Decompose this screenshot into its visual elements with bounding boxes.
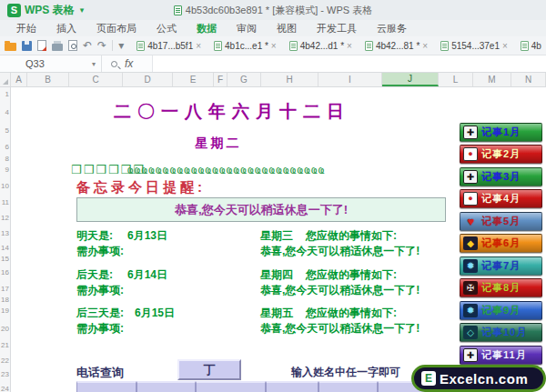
row-header[interactable]: 19 — [0, 307, 9, 315]
column-header-A[interactable]: A — [11, 73, 27, 86]
formula-bar: Q33 ▾ fx — [0, 55, 546, 73]
column-header-C[interactable]: C — [69, 73, 123, 86]
row-header[interactable]: 5 — [0, 126, 9, 135]
toolbar-dropdown-icon[interactable]: ▾ — [118, 40, 124, 51]
memo-button-feb[interactable]: ● 记事2月 — [460, 145, 542, 164]
row-header[interactable]: 23 — [0, 370, 9, 378]
row-header[interactable]: 6 — [0, 143, 9, 151]
tab-insert[interactable]: 插入 — [56, 22, 76, 35]
export-pdf-icon[interactable] — [37, 40, 46, 51]
phone-lookup-hint: 输入姓名中任一字即可 — [291, 365, 400, 380]
row-header[interactable]: 20 — [0, 325, 9, 333]
doc-tab-4[interactable]: 4b42...81 * × — [359, 39, 433, 53]
doc-tab-1[interactable]: 4b17...b5f1 × — [131, 39, 207, 53]
column-header-I[interactable]: I — [318, 73, 382, 86]
tab-review[interactable]: 审阅 — [237, 22, 257, 35]
row-header[interactable]: 4 — [0, 108, 9, 116]
row-header[interactable]: 8 — [0, 155, 9, 163]
row-header[interactable]: 13 — [0, 229, 9, 237]
tab-home[interactable]: 开始 — [16, 22, 36, 35]
doc-tab-label[interactable]: 5154...37e1 — [451, 41, 500, 51]
row-header[interactable]: 1 — [0, 90, 9, 98]
open-file-icon[interactable] — [5, 43, 16, 51]
doc-tab-2[interactable]: 4b1c...e1 * × — [208, 39, 282, 53]
excelcn-watermark: E Excelcn.com — [411, 365, 546, 392]
row-header[interactable]: 22 — [0, 357, 9, 365]
tab-view[interactable]: 视图 — [277, 22, 297, 35]
tab-cloud[interactable]: 云服务 — [377, 22, 407, 35]
row-header[interactable]: 16 — [0, 268, 9, 276]
column-header-L[interactable]: L — [439, 73, 473, 86]
save-icon[interactable] — [22, 41, 32, 51]
doc-tab-3[interactable]: 4b42...d1 * × — [284, 39, 358, 53]
name-box[interactable]: Q33 ▾ — [0, 55, 102, 72]
table-cell[interactable] — [196, 381, 266, 392]
row-header[interactable]: 18 — [0, 296, 9, 304]
row-header[interactable]: 9 — [0, 166, 9, 174]
doc-tab-label[interactable]: 4b42...d1 * — [300, 41, 344, 51]
search-icon[interactable] — [111, 61, 117, 67]
table-cell[interactable] — [136, 381, 196, 392]
column-header-D[interactable]: D — [123, 73, 173, 86]
row-header[interactable]: 21 — [0, 341, 9, 349]
tab-data[interactable]: 数据 — [197, 22, 217, 35]
memo-button-jun[interactable]: ◆ 记事6月 — [460, 234, 542, 253]
wps-menu[interactable]: S WPS 表格 ▾ — [7, 3, 84, 18]
print-preview-icon[interactable] — [68, 40, 77, 51]
doc-tab-label[interactable]: 4b17...b5f1 — [147, 41, 193, 51]
memo-button-nov[interactable]: ✚ 记事11月 — [460, 346, 542, 365]
doc-tab-5[interactable]: 5154...37e1 × — [435, 39, 513, 53]
select-all-corner[interactable] — [0, 73, 11, 86]
column-header-E[interactable]: E — [173, 73, 214, 86]
table-cell[interactable] — [318, 381, 378, 392]
memo-button-apr[interactable]: ● 记事4月 — [460, 189, 542, 208]
print-icon[interactable] — [52, 44, 63, 51]
table-cell[interactable] — [266, 381, 318, 392]
close-icon[interactable]: × — [422, 41, 428, 51]
table-cell[interactable] — [76, 381, 136, 392]
row-header[interactable]: 10 — [0, 182, 9, 190]
memo-reminder-header: 备忘录今日提醒: — [76, 179, 206, 196]
memo-button-jul[interactable]: ✹ 记事7月 — [460, 256, 542, 276]
memo-button-aug[interactable]: ✠ 记事8月 — [460, 278, 542, 297]
tab-formulas[interactable]: 公式 — [157, 22, 177, 35]
column-header-M[interactable]: M — [473, 73, 511, 86]
column-header-G[interactable]: G — [228, 73, 261, 86]
day3-items-label: 需办事项: — [76, 321, 124, 337]
phone-lookup-input[interactable]: 丁 — [177, 359, 241, 380]
row-header[interactable]: 17 — [0, 285, 9, 293]
close-icon[interactable]: × — [271, 41, 277, 51]
insert-function-icon[interactable]: fx — [125, 57, 133, 70]
redo-icon[interactable]: ↷ — [97, 40, 106, 51]
doc-tab-6[interactable]: 4b42...e1 — [515, 39, 541, 53]
memo-button-label: 记事11月 — [481, 348, 527, 362]
doc-tab-label[interactable]: 4b42...81 * — [376, 41, 420, 51]
memo-button-mar[interactable]: ✚ 记事3月 — [460, 167, 542, 186]
column-header-B[interactable]: B — [27, 73, 69, 86]
memo-button-oct[interactable]: ◇ 记事10月 — [460, 323, 542, 342]
row-header[interactable]: 24 — [0, 385, 9, 392]
column-header-F[interactable]: F — [214, 73, 228, 86]
memo-button-sep[interactable]: ✹ 记事9月 — [460, 301, 542, 320]
close-icon[interactable]: × — [502, 41, 508, 51]
tab-developer[interactable]: 开发工具 — [317, 22, 357, 35]
row-header[interactable]: 11 — [0, 198, 9, 206]
row-header[interactable]: 12 — [0, 214, 9, 222]
column-header-J-selected[interactable]: J — [382, 73, 439, 86]
doc-tab-label[interactable]: 4b1c...e1 * — [225, 41, 268, 51]
tab-page-layout[interactable]: 页面布局 — [96, 22, 136, 35]
memo-button-may[interactable]: ♥ 记事5月 — [460, 212, 542, 231]
row-header[interactable]: 15 — [0, 255, 9, 263]
formula-input[interactable] — [153, 55, 546, 72]
close-icon[interactable]: × — [347, 41, 352, 51]
chevron-down-icon[interactable]: ▾ — [92, 60, 96, 68]
row-header[interactable]: 14 — [0, 244, 9, 252]
memo-button-jan[interactable]: ✚ 记事1月 — [460, 123, 542, 142]
sheet-file-icon — [289, 41, 298, 51]
column-header-H[interactable]: H — [261, 73, 318, 86]
column-header-N[interactable]: N — [511, 73, 546, 86]
chevron-down-icon[interactable]: ▾ — [80, 5, 85, 15]
undo-icon[interactable]: ↶ — [83, 40, 92, 51]
doc-tab-label[interactable]: 4b42...e1 — [531, 41, 541, 51]
close-icon[interactable]: × — [196, 41, 201, 51]
